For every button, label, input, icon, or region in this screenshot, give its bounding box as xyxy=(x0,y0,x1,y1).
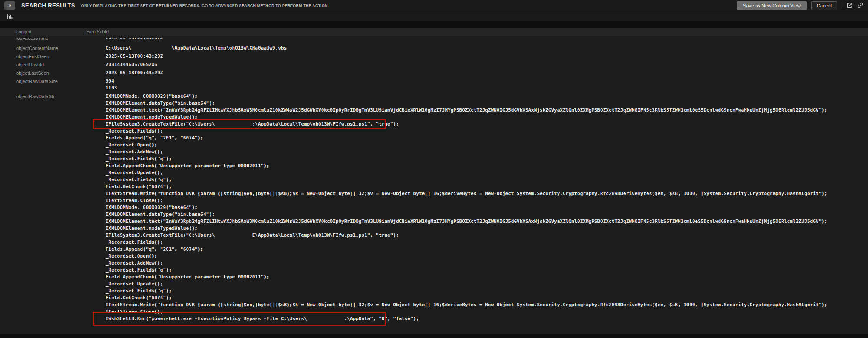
top-bar: » SEARCH RESULTS ONLY DISPLAYING THE FIR… xyxy=(0,0,868,11)
save-as-new-column-view-button[interactable]: Save as New Column View xyxy=(737,1,806,10)
code-line: ITextStream.Close(); xyxy=(106,308,827,315)
field-value: 9941103 xyxy=(106,78,117,92)
highlighted-code-line: IFileSystem3.CreateTextFile("C:\Users\ :… xyxy=(106,121,827,128)
code-line: IFileSystem3.CreateTextFile("C:\Users\ E… xyxy=(106,232,827,239)
code-line: _Recordset.Open(); xyxy=(106,253,827,260)
code-line: _Recordset.Fields("q"); xyxy=(106,176,827,183)
column-header-logged[interactable]: Logged xyxy=(16,29,31,34)
code-line: C:\Users\ \AppData\Local\Temp\ohQ13W\XHa… xyxy=(106,45,287,52)
code-line: 208141446057065205 xyxy=(106,61,157,68)
bar-chart-icon[interactable] xyxy=(7,13,13,19)
separator-band xyxy=(0,21,868,28)
field-value: 2025-05-13T00:54:37Z xyxy=(106,38,163,41)
code-line: _Recordset.AddNew(); xyxy=(106,149,827,156)
field-value: 208141446057065205 xyxy=(106,61,157,68)
field-label: objectRawDataStr xyxy=(0,93,106,100)
code-line: Field.GetChunk("6074"); xyxy=(106,295,827,302)
code-line: ITextStream.Write("function DVK {param (… xyxy=(106,190,827,197)
export-share-icon[interactable] xyxy=(846,2,853,9)
table-row: objectRawDataSize9941103 xyxy=(0,78,868,92)
code-line: IXMLDOMElement.nodeTypedValue(); xyxy=(106,225,827,232)
code-line: 2025-05-13T00:43:29Z xyxy=(106,70,163,76)
code-line: Field.AppendChunk("Unsupported parameter… xyxy=(106,274,827,281)
double-chevron-icon: » xyxy=(8,2,11,9)
code-line: _Recordset.Open(); xyxy=(106,142,827,149)
field-label: logAccessTime xyxy=(0,38,106,41)
code-line: ITextStream.Close(); xyxy=(106,197,827,204)
table-row: logAccessTime2025-05-13T00:54:37Z xyxy=(0,38,868,43)
table-row: objectRawDataStrIXMLDOMNode._00000029("b… xyxy=(0,93,868,322)
table-row: objectLastSeen2025-05-13T00:43:29Z xyxy=(0,70,868,76)
code-line: _Recordset.AddNew(); xyxy=(106,260,827,267)
code-line: 2025-05-13T00:43:29Z xyxy=(106,53,163,60)
field-label: objectFirstSeen xyxy=(0,53,106,60)
code-line: _Recordset.Fields("q"); xyxy=(106,267,827,274)
field-label: objectHashId xyxy=(0,61,106,68)
bottom-band xyxy=(0,334,868,338)
code-line: IXMLDOMNode._00000029("base64"); xyxy=(106,204,827,211)
code-line: 1103 xyxy=(106,85,117,92)
code-line: IXMLDOMElement.nodeTypedValue(); xyxy=(106,114,827,121)
page-title: SEARCH RESULTS xyxy=(21,2,75,9)
code-line: _Recordset.Fields("q"); xyxy=(106,288,827,295)
code-line: IXMLDOMNode._00000029("base64"); xyxy=(106,93,827,100)
code-line: _Recordset.Update(); xyxy=(106,169,827,176)
field-value: 2025-05-13T00:43:29Z xyxy=(106,53,163,60)
code-line: Field.AppendChunk("Unsupported parameter… xyxy=(106,162,827,169)
table-row: objectHashId208141446057065205 xyxy=(0,61,868,68)
code-line: 2025-05-13T00:54:37Z xyxy=(106,38,163,41)
clipped-bottom-row: -- -- --- -- -- xyxy=(56,327,112,329)
link-icon[interactable] xyxy=(857,2,864,9)
code-line: ITextStream.Write("function DVK {param (… xyxy=(106,302,827,308)
code-line: _Recordset.Fields(); xyxy=(106,128,827,135)
code-line: IXMLDOMElement.text("ZnVuY3Rpb24gRFZLIHt… xyxy=(106,218,827,225)
topbar-actions: Save as New Column View Cancel xyxy=(737,1,864,10)
code-line: _Recordset.Fields(); xyxy=(106,239,827,246)
cancel-button[interactable]: Cancel xyxy=(811,1,837,10)
tool-strip xyxy=(0,11,868,21)
code-line: 994 xyxy=(106,78,117,85)
results-notice: ONLY DISPLAYING THE FIRST SET OF RETURNE… xyxy=(81,3,329,8)
code-line: _Recordset.Update(); xyxy=(106,281,827,288)
vertical-divider xyxy=(842,3,842,9)
code-line: IXMLDOMElement.dataType("bin.base64"); xyxy=(106,211,827,218)
code-line: Field.GetChunk("6074"); xyxy=(106,183,827,190)
code-line: Fields.Append("q", "201", "6074"); xyxy=(106,246,827,253)
results-column-header: Logged eventSubId xyxy=(0,28,868,36)
field-label: objectRawDataSize xyxy=(0,78,106,85)
code-line: IXMLDOMElement.text("ZnVuY3Rpb24gRFZLIHt… xyxy=(106,107,827,114)
highlighted-code-line: IWshShell3.Run("powershell.exe -Executio… xyxy=(106,315,827,322)
code-line: _Recordset.Fields("q"); xyxy=(106,156,827,162)
field-label: objectContentName xyxy=(0,45,106,52)
table-row: objectFirstSeen2025-05-13T00:43:29Z xyxy=(0,53,868,60)
column-header-eventsubid[interactable]: eventSubId xyxy=(86,29,109,34)
expand-panel-button[interactable]: » xyxy=(4,1,15,10)
record-detail-scroll-area[interactable]: logAccessTime2025-05-13T00:54:37ZobjectC… xyxy=(0,36,868,338)
field-label: objectLastSeen xyxy=(0,70,106,76)
code-line: Fields.Append("q", "201", "6074"); xyxy=(106,135,827,142)
field-value: 2025-05-13T00:43:29Z xyxy=(106,70,163,76)
code-line: IXMLDOMElement.dataType("bin.base64"); xyxy=(106,100,827,107)
table-row: objectContentNameC:\Users\ \AppData\Loca… xyxy=(0,45,868,52)
field-value: IXMLDOMNode._00000029("base64");IXMLDOME… xyxy=(106,93,827,322)
field-value: C:\Users\ \AppData\Local\Temp\ohQ13W\XHa… xyxy=(106,45,287,52)
